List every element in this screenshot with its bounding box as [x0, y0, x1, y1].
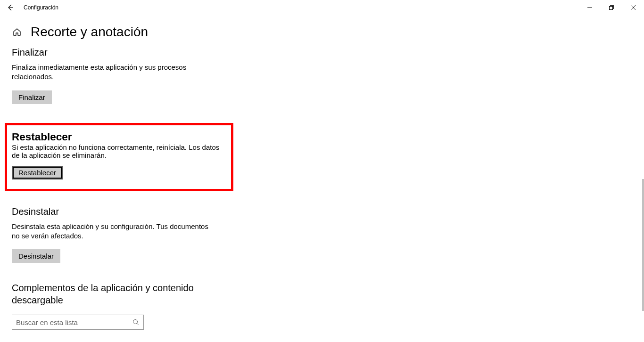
svg-line-6 [137, 324, 139, 326]
terminate-heading: Finalizar [12, 47, 229, 58]
home-button[interactable] [12, 27, 22, 37]
dlc-section: Complementos de la aplicación y contenid… [12, 282, 229, 330]
close-button[interactable] [622, 0, 644, 15]
reset-button[interactable]: Restablecer [12, 166, 63, 179]
uninstall-heading: Desinstalar [12, 206, 229, 217]
dlc-heading: Complementos de la aplicación y contenid… [12, 282, 200, 306]
content: Finalizar Finaliza inmediatamente esta a… [12, 47, 229, 330]
page-header: Recorte y anotación [12, 24, 148, 40]
dlc-search[interactable] [12, 315, 144, 330]
window-controls [579, 0, 644, 15]
terminate-button[interactable]: Finalizar [12, 90, 52, 104]
uninstall-button[interactable]: Desinstalar [12, 249, 60, 263]
home-icon [12, 27, 22, 37]
maximize-button[interactable] [601, 0, 622, 15]
svg-rect-2 [610, 7, 613, 10]
reset-description: Si esta aplicación no funciona correctam… [12, 143, 226, 159]
uninstall-description: Desinstala esta aplicación y su configur… [12, 222, 210, 241]
back-button[interactable] [0, 0, 21, 15]
reset-highlight: Restablecer Si esta aplicación no funcio… [5, 123, 233, 191]
terminate-description: Finaliza inmediatamente esta aplicación … [12, 63, 210, 82]
arrow-left-icon [7, 4, 14, 11]
close-icon [631, 5, 636, 10]
page-title: Recorte y anotación [31, 24, 148, 40]
uninstall-section: Desinstalar Desinstala esta aplicación y… [12, 206, 229, 263]
window-title: Configuración [24, 4, 58, 11]
minimize-icon [587, 5, 592, 10]
maximize-icon [609, 5, 614, 10]
search-icon [132, 318, 140, 326]
svg-point-5 [133, 320, 138, 324]
minimize-button[interactable] [579, 0, 601, 15]
titlebar: Configuración [0, 0, 644, 15]
scrollbar-thumb[interactable] [642, 179, 644, 311]
dlc-search-input[interactable] [16, 318, 132, 326]
reset-heading: Restablecer [12, 131, 226, 143]
terminate-section: Finalizar Finaliza inmediatamente esta a… [12, 47, 229, 104]
